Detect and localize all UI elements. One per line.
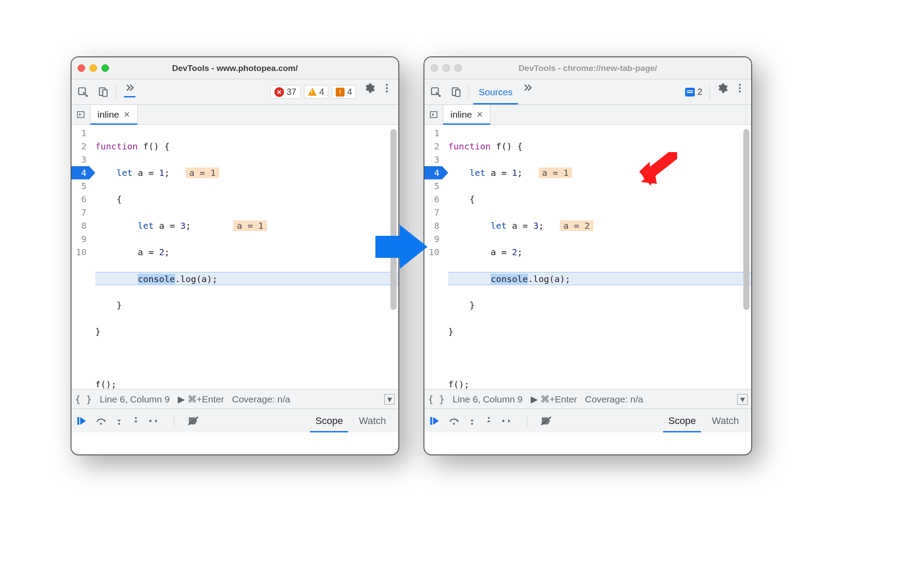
execution-line-marker[interactable]: 4 <box>424 166 442 179</box>
toolbar-divider <box>468 85 469 99</box>
code-line: function f() { <box>95 140 398 153</box>
issues-count: 4 <box>347 87 352 97</box>
line-number: 8 <box>71 219 86 232</box>
settings-gear-icon[interactable] <box>713 79 731 97</box>
code-area[interactable]: function f() { let a = 1; a = 1 { let a … <box>89 125 398 389</box>
warning-count: 4 <box>319 87 324 97</box>
line-number: 1 <box>424 127 439 140</box>
resume-button[interactable] <box>429 415 440 427</box>
file-tab-row: inline ✕ <box>424 105 751 125</box>
code-editor[interactable]: 1 2 3 4 5 6 7 8 9 10 function f() { let … <box>424 125 751 389</box>
line-gutter: 1 2 3 4 5 6 7 8 9 10 <box>71 125 89 389</box>
warning-count-button[interactable]: 4 <box>304 85 328 99</box>
devtools-window-left: DevTools - www.photopea.com/ ✕ 37 <box>71 56 399 455</box>
code-line: } <box>448 325 751 338</box>
navigator-toggle-icon[interactable] <box>424 105 443 124</box>
code-line: function f() { <box>448 140 751 153</box>
file-tab-label: inline <box>97 109 119 120</box>
pretty-print-icon[interactable]: { } <box>75 394 92 405</box>
navigator-toggle-icon[interactable] <box>71 105 90 124</box>
close-tab-icon[interactable]: ✕ <box>124 110 130 119</box>
close-window-button[interactable] <box>431 64 438 72</box>
selected-token: console <box>138 274 175 284</box>
file-tab-row: inline ✕ <box>71 105 398 125</box>
more-tabs-chevron-icon[interactable] <box>519 79 536 97</box>
code-line: f(); <box>95 378 398 391</box>
code-line: } <box>95 325 398 338</box>
svg-point-8 <box>100 423 102 424</box>
inline-value-hint: a = 1 <box>539 167 572 178</box>
svg-rect-7 <box>77 417 79 424</box>
code-line: { <box>95 193 398 206</box>
zoom-window-button[interactable] <box>101 64 109 72</box>
code-line: let a = 1; a = 1 <box>95 166 398 179</box>
kebab-menu-icon[interactable] <box>378 79 396 97</box>
zoom-window-button[interactable] <box>454 64 462 72</box>
device-toggle-icon[interactable] <box>447 83 465 101</box>
tab-scope[interactable]: Scope <box>660 409 704 432</box>
close-window-button[interactable] <box>78 64 85 72</box>
svg-rect-14 <box>456 89 460 96</box>
svg-point-3 <box>386 84 388 86</box>
tab-scope[interactable]: Scope <box>307 409 351 432</box>
line-number: 10 <box>71 246 86 259</box>
line-number: 2 <box>424 140 439 153</box>
svg-rect-2 <box>103 89 107 96</box>
scrollbar-thumb[interactable] <box>390 129 397 310</box>
code-line: { <box>448 193 751 206</box>
svg-point-4 <box>386 87 388 89</box>
execution-line-marker[interactable]: 4 <box>71 166 89 179</box>
minimize-window-button[interactable] <box>90 64 97 72</box>
svg-point-16 <box>739 87 741 89</box>
messages-count: 2 <box>697 87 702 97</box>
code-line: f(); <box>448 378 751 391</box>
code-line <box>448 351 751 365</box>
more-tabs-chevron-icon[interactable] <box>120 79 140 97</box>
code-area[interactable]: function f() { let a = 1; a = 1 { let a … <box>442 125 751 389</box>
file-tab-inline[interactable]: inline ✕ <box>90 105 138 124</box>
line-number: 3 <box>424 153 439 166</box>
close-tab-icon[interactable]: ✕ <box>476 110 483 119</box>
console-counts: ✕ 37 4 ! 4 <box>270 79 356 104</box>
code-line <box>95 351 398 365</box>
devtools-window-right: DevTools - chrome://new-tab-page/ Source… <box>424 56 752 455</box>
messages-icon <box>685 88 695 97</box>
issues-count-button[interactable]: ! 4 <box>332 85 356 99</box>
code-line: } <box>448 298 751 312</box>
tab-sources[interactable]: Sources <box>472 79 519 104</box>
line-number: 5 <box>71 179 86 193</box>
kebab-menu-icon[interactable] <box>731 79 749 97</box>
code-line: } <box>95 298 398 312</box>
svg-point-5 <box>386 90 388 92</box>
titlebar: DevTools - chrome://new-tab-page/ <box>424 57 751 79</box>
main-toolbar: ✕ 37 4 ! 4 <box>71 79 398 105</box>
line-number: 2 <box>71 140 86 153</box>
resume-button[interactable] <box>76 415 87 427</box>
code-editor[interactable]: 1 2 3 4 5 6 7 8 9 10 function f() { let … <box>71 125 398 389</box>
device-toggle-icon[interactable] <box>94 83 112 101</box>
titlebar: DevTools - www.photopea.com/ <box>71 57 398 79</box>
messages-count-button[interactable]: 2 <box>682 79 706 104</box>
error-count-button[interactable]: ✕ 37 <box>270 85 300 99</box>
traffic-lights <box>78 64 109 72</box>
line-number: 1 <box>71 127 86 140</box>
inspect-element-icon[interactable] <box>74 83 92 101</box>
settings-gear-icon[interactable] <box>360 79 378 97</box>
error-count: 37 <box>287 87 296 97</box>
scrollbar-thumb[interactable] <box>743 129 750 310</box>
inspect-element-icon[interactable] <box>427 83 445 101</box>
line-number: 3 <box>71 153 86 166</box>
inline-value-hint: a = 1 <box>186 167 219 178</box>
line-number: 7 <box>424 206 439 219</box>
inline-value-hint: a = 2 <box>560 220 593 231</box>
line-number: 6 <box>424 193 439 206</box>
svg-point-23 <box>502 420 505 422</box>
pretty-print-icon[interactable]: { } <box>428 394 445 405</box>
main-toolbar: Sources 2 <box>424 79 751 105</box>
window-title: DevTools - www.photopea.com/ <box>71 63 398 73</box>
line-number: 9 <box>71 232 86 246</box>
file-tab-inline[interactable]: inline ✕ <box>443 105 491 124</box>
minimize-window-button[interactable] <box>442 64 450 72</box>
code-line: let a = 1; a = 1 <box>448 166 751 179</box>
line-number: 6 <box>71 193 86 206</box>
